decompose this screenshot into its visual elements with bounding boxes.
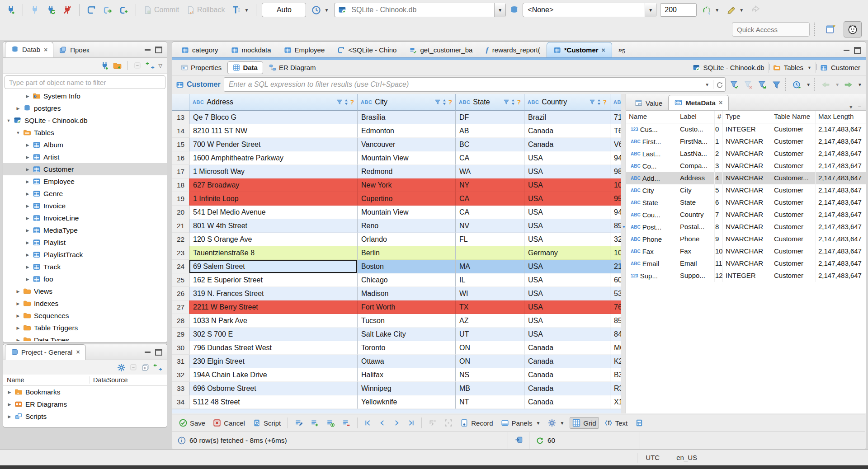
splitter-arrows-icon[interactable]: ◂▸: [623, 225, 624, 229]
cell-country[interactable]: USA: [524, 287, 610, 300]
panel-tab[interactable]: Value: [629, 96, 668, 110]
cell-postalcode[interactable]: 94: [610, 151, 621, 165]
column-info-icon[interactable]: ?: [603, 98, 607, 106]
grid-corner-cell[interactable]: [172, 94, 189, 111]
cell-state[interactable]: MA: [456, 260, 524, 273]
cell-postalcode[interactable]: 98: [610, 165, 621, 178]
row-number-cell[interactable]: 34: [172, 395, 189, 409]
new-folder-icon[interactable]: [113, 61, 122, 70]
dropdown-arrow-icon[interactable]: ▼: [806, 82, 811, 87]
fetch-previous-button[interactable]: [820, 79, 831, 90]
perspective-other-button[interactable]: [822, 22, 839, 37]
metadata-row[interactable]: ABC Email Email 11 NVARCHAR Customer 2,1…: [626, 258, 866, 270]
project-tree-item[interactable]: ▶ Bookmarks: [3, 386, 167, 398]
tree-item[interactable]: ▶ Employee: [3, 175, 167, 188]
row-number-cell[interactable]: 30: [172, 341, 189, 355]
cell-postalcode[interactable]: 32: [610, 233, 621, 246]
panel-minimize-icon[interactable]: −: [858, 103, 861, 110]
cell-postalcode[interactable]: 89: [610, 219, 621, 233]
tree-item[interactable]: ▶ Customer: [3, 163, 167, 175]
cell-state[interactable]: NV: [456, 219, 524, 233]
cell-country[interactable]: Canada: [524, 138, 610, 151]
cell-address[interactable]: 796 Dundas Street West: [189, 341, 358, 355]
object-filter-input[interactable]: [5, 75, 165, 89]
project-tree-item[interactable]: ▶ Scripts: [3, 410, 167, 422]
new-connection-icon[interactable]: [100, 61, 109, 70]
minimize-icon[interactable]: [145, 49, 151, 51]
cell-state[interactable]: TX: [456, 300, 524, 314]
cell-address[interactable]: 627 Broadway: [189, 178, 358, 192]
transaction-log-button[interactable]: ▼: [230, 4, 250, 16]
schema-dropdown-button[interactable]: ▼: [645, 3, 656, 17]
transaction-history-button[interactable]: ▼: [310, 4, 330, 16]
row-number-cell[interactable]: 28: [172, 314, 189, 328]
row-number-cell[interactable]: 31: [172, 355, 189, 368]
metadata-row[interactable]: 123 Sup... Suppo... 12 INTEGER Customer …: [626, 270, 866, 282]
collapse-icon[interactable]: [130, 364, 137, 371]
expand-arrow-icon[interactable]: ▶: [25, 167, 30, 172]
column-datasource[interactable]: DataSource: [90, 376, 128, 384]
cell-state[interactable]: FL: [456, 233, 524, 246]
expand-arrow-icon[interactable]: ▶: [25, 228, 30, 233]
calc-panel-button[interactable]: [633, 417, 646, 428]
navigator-tab[interactable]: Проек: [53, 42, 94, 57]
close-icon[interactable]: ×: [719, 99, 722, 106]
expand-arrow-icon[interactable]: ▶: [25, 143, 30, 147]
row-number-cell[interactable]: 18: [172, 178, 189, 192]
cell-postalcode[interactable]: 71: [610, 111, 621, 124]
disconnect-button[interactable]: [61, 4, 74, 16]
cell-city[interactable]: Winnipeg: [358, 382, 456, 395]
edit-cell-button[interactable]: [292, 417, 305, 428]
pin-result-button[interactable]: [508, 432, 529, 449]
cell-city[interactable]: Salt Lake City: [358, 328, 456, 341]
locale-indicator[interactable]: en_US: [668, 453, 705, 463]
editor-tab[interactable]: mockdata: [225, 42, 278, 57]
expand-arrow-icon[interactable]: ▶: [25, 216, 30, 220]
open-sql-editor-button[interactable]: [101, 4, 114, 16]
cell-postalcode[interactable]: 76: [610, 300, 621, 314]
metadata-row[interactable]: ABC Phone Phone 9 NVARCHAR Customer 2,14…: [626, 233, 866, 245]
expand-arrow-icon[interactable]: ▶: [25, 265, 30, 269]
cell-address[interactable]: 700 W Pender Street: [189, 138, 358, 151]
cell-address[interactable]: 1 Infinite Loop: [189, 192, 358, 206]
last-row-button[interactable]: [406, 418, 417, 428]
column-header[interactable]: ABC State ?: [456, 94, 524, 111]
sort-icon[interactable]: [442, 99, 447, 105]
cell-city[interactable]: Halifax: [358, 368, 456, 382]
column-name[interactable]: Name: [3, 376, 90, 384]
save-button[interactable]: Save: [177, 417, 208, 428]
connect-button[interactable]: [28, 4, 41, 16]
record-mode-button[interactable]: Record: [458, 417, 495, 428]
row-number-cell[interactable]: 29: [172, 328, 189, 341]
cell-address[interactable]: 319 N. Frances Street: [189, 287, 358, 300]
expand-arrow-icon[interactable]: ▶: [25, 155, 30, 159]
cell-address[interactable]: 8210 111 ST NW: [189, 124, 358, 138]
close-icon[interactable]: ×: [44, 46, 47, 53]
cell-address[interactable]: 120 S Orange Ave: [189, 233, 358, 246]
new-sql-editor-button[interactable]: [118, 4, 130, 16]
go-to-row-button[interactable]: [426, 417, 439, 428]
row-number-cell[interactable]: 24: [172, 260, 189, 273]
cell-state[interactable]: CA: [456, 151, 524, 165]
metadata-row[interactable]: ABC City City 5 NVARCHAR Customer 2,147,…: [626, 184, 866, 197]
fetch-size-input[interactable]: 200: [660, 3, 697, 17]
column-header[interactable]: ABC Country ?: [524, 94, 610, 111]
cell-city[interactable]: Redmond: [358, 165, 456, 178]
cell-address[interactable]: 69 Salem Street: [189, 260, 358, 273]
close-icon[interactable]: ×: [76, 348, 80, 356]
tree-item[interactable]: ▶ Views: [3, 285, 167, 297]
filter-apply-refresh-icon[interactable]: [713, 78, 725, 91]
cell-postalcode[interactable]: K2: [610, 355, 621, 368]
save-filter-button[interactable]: [729, 79, 740, 90]
minimize-icon[interactable]: [844, 50, 849, 51]
row-number-cell[interactable]: 22: [172, 233, 189, 246]
metadata-row[interactable]: ABC Cou... Country 7 NVARCHAR Customer 2…: [626, 209, 866, 221]
cell-country[interactable]: USA: [524, 300, 610, 314]
commit-button[interactable]: Commit: [142, 5, 181, 16]
cell-city[interactable]: Fort Worth: [358, 300, 456, 314]
cell-city[interactable]: Vancouver: [358, 138, 456, 151]
expand-arrow-icon[interactable]: ▶: [15, 314, 21, 318]
cell-city[interactable]: Tucson: [358, 314, 456, 328]
col-name[interactable]: Name: [626, 111, 677, 123]
row-number-cell[interactable]: 26: [172, 287, 189, 300]
